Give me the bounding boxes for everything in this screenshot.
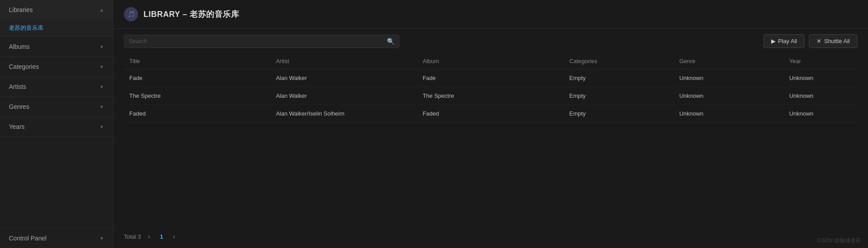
chevron-down-icon-years: ▼: [100, 124, 104, 129]
sidebar-section-genres: Genres ▼: [0, 97, 113, 117]
shuttle-all-button[interactable]: ✕ Shuttle All: [809, 34, 857, 48]
sidebar-item-control-panel[interactable]: Control Panel ▼: [0, 228, 113, 248]
sidebar-item-categories[interactable]: Categories ▼: [0, 57, 113, 76]
control-panel-label: Control Panel: [9, 235, 47, 242]
cell-artist: Alan Walker/Iselin Solheim: [271, 105, 417, 123]
shuttle-icon: ✕: [816, 38, 821, 44]
total-count: Total 3: [124, 233, 141, 240]
search-input[interactable]: [129, 38, 383, 44]
sidebar-section-categories: Categories ▼: [0, 57, 113, 77]
table-row[interactable]: The SpectreAlan WalkerThe SpectreEmptyUn…: [124, 87, 857, 105]
search-wrapper: 🔍: [124, 35, 399, 48]
col-header-artist: Artist: [271, 53, 417, 69]
sidebar-item-libraries[interactable]: Libraries ▲: [0, 0, 113, 20]
pagination: Total 3 ‹ 1 ›: [113, 225, 868, 248]
cell-genre: Unknown: [674, 105, 784, 123]
cell-album: Fade: [417, 69, 564, 87]
cell-year: Unknown: [784, 69, 857, 87]
sidebar-section-albums: Albums ▼: [0, 37, 113, 57]
cell-year: Unknown: [784, 105, 857, 123]
table-header-row: Title Artist Album Categories Genre Year: [124, 53, 857, 69]
header: 🎵 LIBRARY – 老苏的音乐库: [113, 0, 868, 29]
cell-categories: Empty: [564, 105, 674, 123]
library-icon-emoji: 🎵: [127, 11, 135, 18]
play-all-button[interactable]: ▶ Play All: [764, 34, 805, 48]
cell-year: Unknown: [784, 87, 857, 105]
table-row[interactable]: FadeAlan WalkerFadeEmptyUnknownUnknown: [124, 69, 857, 87]
sidebar-section-years: Years ▼: [0, 117, 113, 137]
col-header-genre: Genre: [674, 53, 784, 69]
cell-categories: Empty: [564, 69, 674, 87]
search-icon: 🔍: [387, 38, 394, 45]
libraries-label: Libraries: [9, 6, 33, 13]
chevron-down-icon-genres: ▼: [100, 104, 104, 109]
page-title: LIBRARY – 老苏的音乐库: [143, 9, 239, 20]
col-header-categories: Categories: [564, 53, 674, 69]
sidebar-section-control-panel: Control Panel ▼: [0, 228, 113, 248]
cell-title: Faded: [124, 105, 271, 123]
cell-artist: Alan Walker: [271, 87, 417, 105]
cell-album: The Spectre: [417, 87, 564, 105]
watermark: CSDN @杨浦老苏: [817, 237, 861, 244]
artists-label: Artists: [9, 83, 26, 90]
library-name-label: 老苏的音乐库: [9, 24, 44, 32]
albums-label: Albums: [9, 43, 30, 50]
cell-genre: Unknown: [674, 69, 784, 87]
col-header-year: Year: [784, 53, 857, 69]
toolbar: 🔍 ▶ Play All ✕ Shuttle All: [113, 29, 868, 53]
next-page-button[interactable]: ›: [170, 232, 178, 241]
chevron-down-icon-albums: ▼: [100, 44, 104, 49]
sidebar-item-albums[interactable]: Albums ▼: [0, 37, 113, 56]
col-header-album: Album: [417, 53, 564, 69]
library-icon: 🎵: [124, 7, 138, 21]
play-all-label: Play All: [778, 38, 797, 44]
toolbar-buttons: ▶ Play All ✕ Shuttle All: [764, 34, 857, 48]
sidebar-section-libraries: Libraries ▲ 老苏的音乐库: [0, 0, 113, 37]
search-button[interactable]: 🔍: [387, 38, 394, 45]
prev-page-button[interactable]: ‹: [145, 232, 153, 241]
chevron-down-icon-control-panel: ▼: [100, 236, 104, 241]
sidebar-item-years[interactable]: Years ▼: [0, 117, 113, 136]
sidebar-item-artists[interactable]: Artists ▼: [0, 77, 113, 96]
play-icon: ▶: [771, 38, 776, 44]
col-header-title: Title: [124, 53, 271, 69]
table-body: FadeAlan WalkerFadeEmptyUnknownUnknownTh…: [124, 69, 857, 123]
cell-categories: Empty: [564, 87, 674, 105]
sidebar-item-genres[interactable]: Genres ▼: [0, 97, 113, 116]
chevron-up-icon: ▲: [100, 8, 104, 12]
cell-artist: Alan Walker: [271, 69, 417, 87]
cell-genre: Unknown: [674, 87, 784, 105]
sidebar: Libraries ▲ 老苏的音乐库 Albums ▼ Categories ▼…: [0, 0, 113, 248]
years-label: Years: [9, 123, 24, 130]
categories-label: Categories: [9, 63, 39, 70]
shuttle-all-label: Shuttle All: [824, 38, 850, 44]
cell-album: Faded: [417, 105, 564, 123]
sidebar-item-laosu-library[interactable]: 老苏的音乐库: [0, 20, 113, 36]
chevron-down-icon-categories: ▼: [100, 64, 104, 69]
main-content: 🎵 LIBRARY – 老苏的音乐库 🔍 ▶ Play All ✕ Shuttl…: [113, 0, 868, 248]
chevron-down-icon-artists: ▼: [100, 84, 104, 89]
genres-label: Genres: [9, 103, 29, 110]
sidebar-section-artists: Artists ▼: [0, 77, 113, 97]
table-container: Title Artist Album Categories Genre Year…: [113, 53, 868, 225]
current-page: 1: [157, 232, 166, 241]
sidebar-spacer: [0, 137, 113, 228]
cell-title: The Spectre: [124, 87, 271, 105]
cell-title: Fade: [124, 69, 271, 87]
music-table: Title Artist Album Categories Genre Year…: [124, 53, 857, 123]
table-row[interactable]: FadedAlan Walker/Iselin SolheimFadedEmpt…: [124, 105, 857, 123]
